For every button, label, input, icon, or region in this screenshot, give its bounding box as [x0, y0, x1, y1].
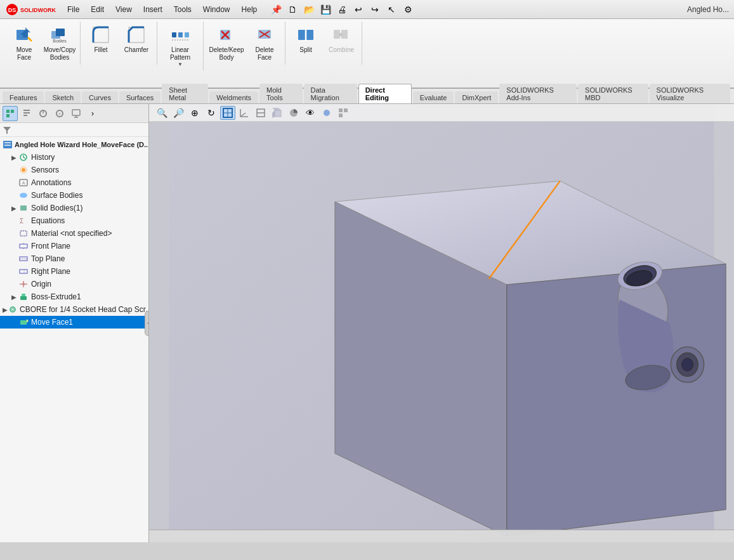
split-icon	[296, 25, 316, 45]
tab-weldments[interactable]: Weldments	[209, 91, 258, 103]
linear-pattern-dropdown[interactable]: ▼	[178, 62, 183, 67]
svg-text:A: A	[22, 181, 25, 185]
section-view-btn[interactable]	[253, 106, 268, 120]
menu-window[interactable]: Window	[198, 4, 235, 15]
tree-item-boss-extrude1[interactable]: ▶ Boss-Extrude1	[0, 290, 148, 303]
menu-edit[interactable]: Edit	[86, 4, 109, 15]
rotate-icon-btn[interactable]: ↻	[204, 106, 219, 120]
tab-sw-addins[interactable]: SOLIDWORKS Add-Ins	[499, 84, 577, 103]
tree-item-history[interactable]: ▶ History	[0, 151, 148, 164]
menu-tools[interactable]: Tools	[169, 4, 197, 15]
menu-help[interactable]: Help	[237, 4, 263, 15]
tab-sw-mbd[interactable]: SOLIDWORKS MBD	[578, 84, 648, 103]
tab-curves[interactable]: Curves	[82, 91, 118, 103]
material-icon	[18, 228, 29, 238]
tab-sketch[interactable]: Sketch	[45, 91, 81, 103]
tab-sw-visualize[interactable]: SOLIDWORKS Visualize	[650, 84, 730, 103]
chamfer-button[interactable]: Chamfer	[120, 22, 153, 65]
view-mode-icon-btn[interactable]	[220, 106, 235, 120]
save-icon[interactable]: 💾	[318, 3, 333, 16]
appearances-btn[interactable]	[319, 106, 334, 120]
tool-group-fillet: Fillet Chamfer	[81, 22, 157, 65]
svg-rect-26	[6, 110, 10, 113]
settings-icon[interactable]: ⚙	[400, 3, 416, 16]
tool-group-delete: Delete/KeepBody DeleteFace	[204, 22, 285, 65]
tree-tab-dimxpert-manager[interactable]: +	[52, 106, 67, 121]
tree-item-right-plane[interactable]: Right Plane	[0, 265, 148, 278]
fit-icon-btn[interactable]: ⊕	[187, 106, 202, 120]
boss-extrude1-icon	[18, 292, 29, 302]
tool-group-split: Split + Combine	[285, 22, 362, 65]
new-icon[interactable]: 🗋	[285, 3, 300, 16]
3d-viewport[interactable]: 🔍 🔎 ⊕ ↻ 👁	[149, 104, 734, 542]
delete-face-button[interactable]: DeleteFace	[248, 22, 281, 65]
delete-keep-body-icon	[216, 25, 237, 45]
equations-label: Equations	[31, 216, 65, 225]
tab-dimxpert[interactable]: DimXpert	[455, 91, 498, 103]
tab-data-migration[interactable]: Data Migration	[304, 84, 357, 103]
tab-bar: Features Sketch Curves Surfaces Sheet Me…	[0, 89, 734, 104]
tree-document-root[interactable]: Angled Hole Wizard Hole_MoveFace (D...	[0, 138, 148, 151]
tree-item-origin[interactable]: Origin	[0, 278, 148, 290]
tree-item-annotations[interactable]: A Annotations	[0, 176, 148, 189]
tree-item-move-face1[interactable]: Move Face1	[0, 316, 148, 329]
undo-icon[interactable]: ↩	[351, 3, 366, 16]
linear-pattern-button[interactable]: LinearPattern ▼	[161, 22, 199, 70]
tree-item-material[interactable]: Material <not specified>	[0, 227, 148, 240]
search-icon-btn[interactable]: 🔍	[154, 106, 169, 120]
tab-sheet-metal[interactable]: Sheet Metal	[162, 84, 208, 103]
tree-expand-icon[interactable]: ›	[85, 106, 100, 121]
linear-pattern-icon	[170, 25, 190, 45]
tree-tab-property-manager[interactable]	[19, 106, 34, 121]
tree-item-solid-bodies[interactable]: ▶ Solid Bodies(1)	[0, 202, 148, 214]
move-copy-bodies-button[interactable]: Bodies Move/CopyBodies	[43, 22, 76, 65]
hide-show-btn[interactable]: 👁	[303, 106, 318, 120]
tree-item-sensors[interactable]: Sensors	[0, 164, 148, 176]
display-style-btn[interactable]	[286, 106, 301, 120]
menu-file[interactable]: File	[62, 4, 84, 15]
tree-tab-config-manager[interactable]	[36, 106, 51, 121]
fillet-button[interactable]: Fillet	[84, 22, 117, 65]
print-icon[interactable]: 🖨	[334, 3, 350, 16]
tab-mold-tools[interactable]: Mold Tools	[259, 84, 302, 103]
tab-direct-editing[interactable]: Direct Editing	[358, 84, 412, 103]
tree-item-front-plane[interactable]: Front Plane	[0, 240, 148, 252]
split-button[interactable]: Split	[289, 22, 322, 65]
tree-tab-display-manager[interactable]	[69, 106, 84, 121]
view-cube-btn[interactable]	[270, 106, 285, 120]
split-label: Split	[299, 46, 311, 54]
tree-item-cbore[interactable]: ▶ CBORE for 1/4 Socket Head Cap Scr...	[0, 303, 148, 316]
tab-surfaces[interactable]: Surfaces	[119, 91, 161, 103]
delete-keep-body-button[interactable]: Delete/KeepBody	[207, 22, 246, 65]
cbore-expand-icon[interactable]: ▶	[3, 306, 8, 313]
menu-insert[interactable]: Insert	[138, 4, 167, 15]
view-layout-btn[interactable]	[336, 106, 351, 120]
menu-view[interactable]: View	[110, 4, 137, 15]
open-icon[interactable]: 📂	[301, 3, 317, 16]
svg-rect-31	[23, 115, 27, 116]
tab-evaluate[interactable]: Evaluate	[413, 91, 454, 103]
redo-icon[interactable]: ↪	[367, 3, 383, 16]
combine-label: Combine	[329, 46, 354, 54]
move-face1-label: Move Face1	[31, 318, 73, 327]
select-icon[interactable]: ↖	[384, 3, 399, 16]
sensors-label: Sensors	[31, 166, 59, 174]
combine-button[interactable]: + Combine	[325, 22, 358, 65]
tree-tab-feature-manager[interactable]	[3, 106, 18, 121]
tree-item-surface-bodies[interactable]: Surface Bodies	[0, 189, 148, 202]
zoom-icon-btn[interactable]: 🔎	[171, 106, 186, 120]
triad-icon-btn[interactable]	[237, 106, 252, 120]
ribbon-tools-area: MoveFace Bodies Move/CopyBodies	[0, 19, 734, 88]
history-expand-icon[interactable]: ▶	[10, 154, 18, 161]
pin-icon[interactable]: 📌	[268, 3, 284, 16]
window-title: Angled Ho...	[687, 5, 729, 14]
boss-extrude1-expand-icon[interactable]: ▶	[10, 294, 18, 301]
move-face-button[interactable]: MoveFace	[8, 22, 41, 65]
tab-features[interactable]: Features	[3, 91, 44, 103]
svg-rect-53	[20, 231, 27, 236]
tree-item-equations[interactable]: Σ Equations	[0, 214, 148, 227]
svg-rect-41	[4, 142, 11, 143]
tree-item-top-plane[interactable]: Top Plane	[0, 252, 148, 265]
panel-collapse-handle[interactable]: ‹	[145, 311, 149, 336]
solid-bodies-expand-icon[interactable]: ▶	[10, 205, 18, 212]
